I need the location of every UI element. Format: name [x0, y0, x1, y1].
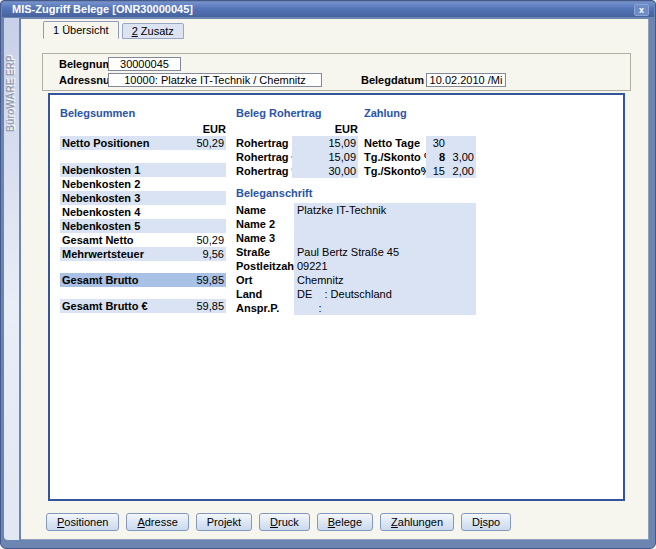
close-icon[interactable]: x — [634, 4, 649, 16]
belegnummer-input[interactable] — [108, 57, 181, 71]
dispo-button[interactable]: Dispo — [461, 513, 511, 531]
adressnummer-input[interactable] — [108, 73, 322, 87]
table-row: Netto Tage30 — [364, 136, 476, 150]
table-row: Tg./Skonto%152,00 — [364, 164, 476, 178]
table-row: Rohertrag €15,09 — [236, 150, 358, 164]
belegdatum-label: Belegdatum — [361, 74, 424, 86]
tab-bar: 1 Übersicht 2 Zusatz — [43, 21, 184, 39]
druck-button[interactable]: Druck — [259, 513, 310, 531]
table-row-total: Gesamt Brutto59,85 — [60, 273, 226, 287]
brand-label: BüroWARE ERP — [5, 37, 16, 132]
table-row: OrtChemnitz — [236, 273, 476, 287]
table-row: Nebenkosten 1 — [60, 163, 226, 177]
tab-uebersicht[interactable]: 1 Übersicht — [43, 21, 119, 39]
table-row: Nebenkosten 3 — [60, 191, 226, 205]
table-row: Name 3 — [236, 231, 476, 245]
table-row: Netto Positionen50,29 — [60, 136, 226, 150]
belegsummen-title: Belegsummen — [60, 107, 226, 123]
projekt-button[interactable]: Projekt — [196, 513, 252, 531]
row-spacer — [364, 123, 476, 136]
table-row: Tg./Skonto %83,00 — [364, 150, 476, 164]
belegsummen-section: Belegsummen EUR Netto Positionen50,29 Ne… — [60, 107, 226, 313]
rohertrag-section: Beleg Rohertrag EUR Rohertrag15,09 Roher… — [236, 107, 358, 178]
table-row: NamePlatzke IT-Technik — [236, 203, 476, 217]
zahlungen-button[interactable]: Zahlungen — [380, 513, 454, 531]
table-row: LandDE : Deutschland — [236, 287, 476, 301]
rohertrag-currency: EUR — [236, 123, 358, 136]
table-row: Postleitzahl09221 — [236, 259, 476, 273]
brand-strip: BüroWARE ERP — [4, 18, 19, 540]
table-row: Anspr.P. : — [236, 301, 476, 315]
adresse-button[interactable]: Adresse — [126, 513, 188, 531]
app-window: MIS-Zugriff Belege [ONR30000045] x BüroW… — [0, 0, 656, 549]
table-row: Rohertrag %30,00 — [236, 164, 358, 178]
beleganschrift-section: Beleganschrift NamePlatzke IT-Technik Na… — [236, 187, 476, 315]
main-panel: Belegsummen EUR Netto Positionen50,29 Ne… — [48, 93, 625, 501]
title-bar[interactable]: MIS-Zugriff Belege [ONR30000045] x — [2, 2, 654, 17]
header-fieldset: Belegnummer Adressnummer Belegdatum — [42, 53, 631, 91]
table-row: Gesamt Netto50,29 — [60, 233, 226, 247]
row-spacer — [60, 150, 226, 163]
table-row: Name 2 — [236, 217, 476, 231]
zahlung-title: Zahlung — [364, 107, 476, 123]
table-row: Nebenkosten 4 — [60, 205, 226, 219]
table-row: Gesamt Brutto €59,85 — [60, 299, 226, 313]
belege-button[interactable]: Belege — [317, 513, 373, 531]
action-button-bar: Positionen Adresse Projekt Druck Belege … — [46, 513, 511, 531]
row-spacer — [60, 287, 226, 299]
table-row: StraßePaul Bertz Straße 45 — [236, 245, 476, 259]
belegdatum-input[interactable] — [426, 73, 506, 87]
rohertrag-title: Beleg Rohertrag — [236, 107, 358, 123]
zahlung-section: Zahlung Netto Tage30 Tg./Skonto %83,00 T… — [364, 107, 476, 178]
table-row: Mehrwertsteuer9,56 — [60, 247, 226, 261]
beleganschrift-title: Beleganschrift — [236, 187, 476, 203]
table-row: Nebenkosten 5 — [60, 219, 226, 233]
row-spacer — [60, 261, 226, 273]
table-row: Rohertrag15,09 — [236, 136, 358, 150]
tab-zusatz[interactable]: 2 Zusatz — [122, 23, 184, 39]
window-title: MIS-Zugriff Belege [ONR30000045] — [12, 3, 193, 15]
positionen-button[interactable]: Positionen — [46, 513, 119, 531]
tab-page: 1 Übersicht 2 Zusatz Belegnummer Adressn… — [21, 19, 649, 540]
belegsummen-currency: EUR — [60, 123, 226, 136]
table-row: Nebenkosten 2 — [60, 177, 226, 191]
